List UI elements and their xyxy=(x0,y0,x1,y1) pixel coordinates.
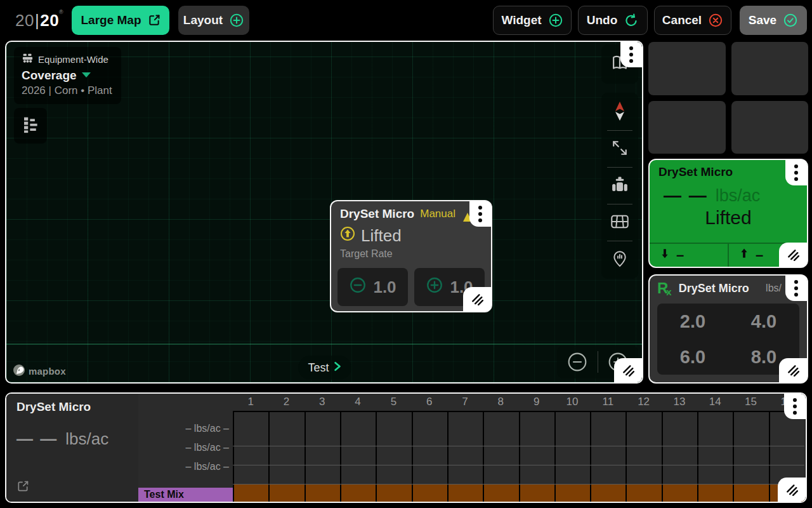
mapbox-attribution: mapbox xyxy=(13,364,66,378)
applied-row-cell[interactable] xyxy=(554,484,590,502)
gridline xyxy=(233,446,804,446)
widget-title: DrySet Micro xyxy=(650,160,807,179)
rx-values-panel: 2.0 4.0 6.0 8.0 xyxy=(657,304,799,375)
compass-button[interactable] xyxy=(601,94,638,130)
zoom-out-button[interactable] xyxy=(557,352,598,372)
applied-row-cell[interactable] xyxy=(662,484,697,502)
chart-grid-column[interactable] xyxy=(447,412,483,484)
test-button[interactable]: Test xyxy=(298,356,351,380)
map-resize-handle[interactable] xyxy=(614,358,642,382)
legend-button[interactable] xyxy=(14,108,47,144)
undo-button[interactable]: Undo xyxy=(578,6,648,35)
plus-circle-icon xyxy=(548,13,563,28)
empty-widget-slot[interactable] xyxy=(648,101,726,154)
chart-grid-column[interactable] xyxy=(769,412,804,484)
chart-column-label: 10 xyxy=(554,394,590,411)
widget-menu-button[interactable] xyxy=(784,394,806,419)
dryset-micro-rx-widget[interactable]: Rx DrySet Micro lbs/ 2.0 4.0 6.0 8.0 xyxy=(648,274,808,384)
save-button[interactable]: Save xyxy=(740,6,807,35)
dryset-micro-control-widget[interactable]: DrySet Micro Manual Lifted Target Rate 1… xyxy=(330,200,492,312)
widget-menu-button[interactable] xyxy=(469,201,491,227)
applied-row-cell[interactable] xyxy=(412,484,447,502)
chart-grid-column[interactable] xyxy=(268,412,304,484)
pin-chart-icon xyxy=(612,249,628,271)
minus-circle-icon xyxy=(349,276,367,298)
applied-row-cell[interactable] xyxy=(519,484,554,502)
applied-row-cell[interactable] xyxy=(268,484,304,502)
dryset-micro-row-chart-widget[interactable]: DrySet Micro — — lbs/ac – lbs/ac – – lbs… xyxy=(5,392,807,503)
chart-axis-labels: – lbs/ac – – lbs/ac – – lbs/ac – xyxy=(138,394,233,484)
chart-column-label: 2 xyxy=(268,394,304,411)
chart-grid-column[interactable] xyxy=(233,412,268,484)
chart-grid-column[interactable] xyxy=(483,412,518,484)
map[interactable]: Equipment-Wide Coverage 2026 | Corn • Pl… xyxy=(5,41,643,384)
save-label: Save xyxy=(749,13,776,27)
empty-widget-slot[interactable] xyxy=(731,42,809,95)
empty-widget-slot[interactable] xyxy=(648,42,726,95)
rx-value: 6.0 xyxy=(657,347,728,368)
widget-resize-handle[interactable] xyxy=(779,358,807,382)
axis-label: – lbs/ac – xyxy=(186,442,229,453)
logo-right: 20 xyxy=(40,11,59,30)
mapbox-icon xyxy=(13,364,25,378)
widget-resize-handle[interactable] xyxy=(463,287,491,311)
field-pin-button[interactable] xyxy=(601,241,638,277)
implement-button[interactable] xyxy=(601,168,638,204)
chart-grid-column[interactable] xyxy=(340,412,376,484)
applied-row-cell[interactable] xyxy=(304,484,340,502)
widget-menu-button[interactable] xyxy=(785,160,807,185)
dryset-micro-rate-widget[interactable]: DrySet Micro — — lbs/ac Lifted – – xyxy=(648,159,808,268)
applied-row-cell[interactable] xyxy=(697,484,733,502)
applied-row-cell[interactable] xyxy=(376,484,411,502)
widget-menu-button[interactable] xyxy=(785,276,807,301)
test-mix-label[interactable]: Test Mix xyxy=(138,488,233,502)
applied-row-cell[interactable] xyxy=(590,484,625,502)
chart-grid-column[interactable] xyxy=(662,412,697,484)
plus-circle-icon xyxy=(426,276,443,298)
applied-row-cell[interactable] xyxy=(733,484,768,502)
large-map-button[interactable]: Large Map xyxy=(72,6,169,35)
widget-label: Widget xyxy=(501,13,541,27)
map-menu-button[interactable] xyxy=(620,42,642,67)
chart-grid-column[interactable] xyxy=(376,412,411,484)
edit-chart-button[interactable] xyxy=(16,480,29,495)
chart-grid-column[interactable] xyxy=(519,412,554,484)
layout-button[interactable]: Layout xyxy=(178,6,249,35)
axis-label: – lbs/ac – xyxy=(186,461,229,472)
widget-resize-handle[interactable] xyxy=(778,478,806,502)
applied-row-cell[interactable] xyxy=(483,484,518,502)
decrease-rate-button[interactable]: 1.0 xyxy=(337,268,408,306)
expand-button[interactable] xyxy=(601,131,638,167)
chart-grid-column[interactable] xyxy=(412,412,447,484)
rx-value: 2.0 xyxy=(657,311,728,332)
cancel-button[interactable]: Cancel xyxy=(654,6,731,35)
chart-unit: lbs/ac xyxy=(65,429,108,449)
chart-column-label: 4 xyxy=(340,394,376,411)
applied-row-cell[interactable] xyxy=(447,484,483,502)
layer-selector[interactable]: Coverage xyxy=(22,67,112,83)
field-view-button[interactable] xyxy=(601,204,638,241)
chart-grid-column[interactable] xyxy=(554,412,590,484)
chart-column-headers: 12345678910111213141516 xyxy=(233,394,804,411)
empty-widget-slots xyxy=(648,42,808,154)
applied-row-cell[interactable] xyxy=(233,484,268,502)
undo-label: Undo xyxy=(587,13,618,27)
chart-grid-column[interactable] xyxy=(625,412,661,484)
chart-grid xyxy=(233,411,804,484)
widget-resize-handle[interactable] xyxy=(779,243,807,267)
empty-widget-slot[interactable] xyxy=(731,101,809,154)
widget-title: DrySet Micro xyxy=(679,282,749,295)
up-arrow-icon xyxy=(738,247,750,264)
chart-grid-column[interactable] xyxy=(733,412,768,484)
applied-row-cell[interactable] xyxy=(625,484,661,502)
applied-row-cell[interactable] xyxy=(340,484,376,502)
rate-down-cell: – xyxy=(650,244,728,267)
widget-button[interactable]: Widget xyxy=(493,6,572,35)
chart-grid-column[interactable] xyxy=(590,412,625,484)
rate-unit: lbs/ac xyxy=(716,186,761,206)
chart-grid-column[interactable] xyxy=(304,412,340,484)
app-logo: 20 | 20 ® xyxy=(15,0,63,41)
chart-info-block: DrySet Micro — — lbs/ac xyxy=(6,394,138,502)
edit-icon xyxy=(148,14,160,27)
chart-grid-column[interactable] xyxy=(697,412,733,484)
